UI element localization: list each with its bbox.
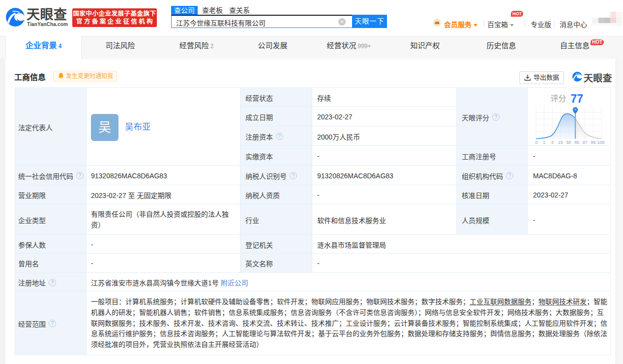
svg-text:97: 97 (583, 140, 588, 145)
svg-text:15: 15 (558, 140, 563, 145)
svg-text:评分: 评分 (551, 94, 566, 102)
svg-text:1: 1 (543, 140, 545, 145)
svg-text:85: 85 (574, 140, 579, 145)
svg-text:99: 99 (591, 140, 595, 145)
svg-text:3: 3 (551, 140, 554, 145)
svg-text:77: 77 (571, 92, 584, 105)
svg-text:50: 50 (566, 140, 571, 145)
svg-text:100: 100 (597, 140, 604, 145)
svg-text:0: 0 (535, 140, 537, 145)
